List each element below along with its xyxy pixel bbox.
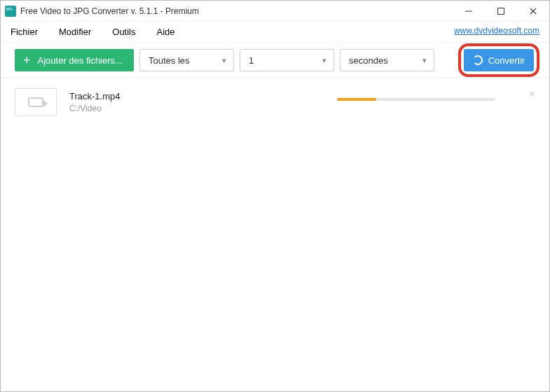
plus-icon: + xyxy=(23,54,31,66)
remove-item-button[interactable]: × xyxy=(529,88,535,101)
svg-rect-1 xyxy=(498,8,504,14)
titlebar: Free Video to JPG Converter v. 5.1.1 - P… xyxy=(1,1,549,22)
file-path: C:/Video xyxy=(69,104,120,113)
app-icon xyxy=(5,6,16,17)
chevron-down-icon: ▾ xyxy=(322,56,326,65)
window-title: Free Video to JPG Converter v. 5.1.1 - P… xyxy=(20,6,199,16)
interval-unit-select[interactable]: secondes ▾ xyxy=(340,49,434,71)
maximize-button[interactable] xyxy=(485,1,517,22)
file-list: Track-1.mp4 C:/Video × xyxy=(1,78,549,391)
video-thumbnail xyxy=(15,88,57,116)
maximize-icon xyxy=(497,7,505,15)
chevron-down-icon: ▾ xyxy=(422,56,427,65)
interval-unit-value: secondes xyxy=(349,55,388,66)
interval-value: 1 xyxy=(249,55,254,66)
convert-highlight: Convertir xyxy=(458,43,539,77)
file-name: Track-1.mp4 xyxy=(69,91,120,102)
file-meta: Track-1.mp4 C:/Video xyxy=(69,91,120,113)
minimize-icon xyxy=(465,7,473,15)
menu-edit[interactable]: Modifier xyxy=(59,27,91,37)
menu-tools[interactable]: Outils xyxy=(112,27,135,37)
minimize-button[interactable] xyxy=(453,1,485,22)
app-window: Free Video to JPG Converter v. 5.1.1 - P… xyxy=(0,0,550,392)
refresh-icon xyxy=(473,55,483,65)
close-button[interactable] xyxy=(517,1,549,22)
add-files-button[interactable]: + Ajouter des fichiers... xyxy=(15,49,134,71)
interval-value-select[interactable]: 1 ▾ xyxy=(240,49,334,71)
camera-icon xyxy=(28,97,43,107)
convert-button[interactable]: Convertir xyxy=(464,49,534,71)
progress-bar xyxy=(337,98,495,101)
menu-help[interactable]: Aide xyxy=(157,27,175,37)
convert-label: Convertir xyxy=(488,55,525,66)
chevron-down-icon: ▾ xyxy=(222,56,226,65)
close-icon xyxy=(529,7,537,15)
website-link[interactable]: www.dvdvideosoft.com xyxy=(454,26,539,36)
interval-mode-value: Toutes les xyxy=(149,55,190,66)
menubar: Fichier Modifier Outils Aide www.dvdvide… xyxy=(1,22,549,43)
add-files-label: Ajouter des fichiers... xyxy=(38,55,123,66)
interval-mode-select[interactable]: Toutes les ▾ xyxy=(139,49,234,71)
list-item[interactable]: Track-1.mp4 C:/Video × xyxy=(1,78,549,126)
toolbar: + Ajouter des fichiers... Toutes les ▾ 1… xyxy=(1,43,549,78)
menu-file[interactable]: Fichier xyxy=(11,27,38,37)
progress-fill xyxy=(337,98,376,101)
